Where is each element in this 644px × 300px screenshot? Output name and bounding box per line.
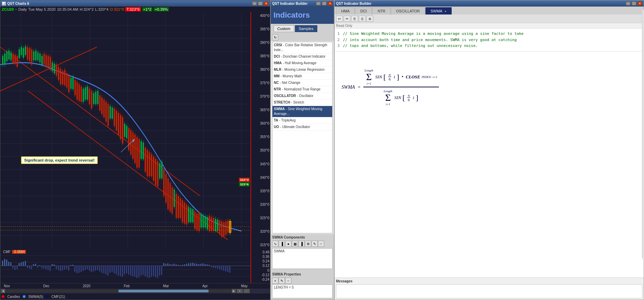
- svg-rect-269: [25, 261, 26, 266]
- prop-edit-btn[interactable]: ✎: [279, 278, 285, 284]
- formula-paste-btn[interactable]: ⎙: [359, 16, 366, 22]
- price-label: 395^0: [252, 27, 269, 31]
- scroll-left-btn[interactable]: ◄: [1, 289, 5, 293]
- chart-scrollbar[interactable]: ◄ ► + -: [0, 289, 270, 293]
- list-item-crsi[interactable]: CRSI - Color Bar Relative Strength Inde.…: [272, 42, 332, 54]
- zoom-in-btn[interactable]: +: [237, 289, 243, 293]
- svg-rect-327: [145, 266, 146, 276]
- svg-rect-317: [124, 266, 125, 274]
- chart-last: T:323^6: [125, 7, 141, 11]
- tab-ntr[interactable]: NTR: [372, 7, 391, 14]
- formula-minimize-btn[interactable]: ─: [626, 1, 631, 6]
- timeline-dec: Dec: [43, 284, 49, 288]
- tab-custom[interactable]: Custom: [273, 25, 294, 32]
- svg-rect-295: [78, 266, 79, 273]
- svg-rect-360: [213, 266, 214, 268]
- chart-annotation: Significant drop, expect trend reversal!: [21, 156, 98, 164]
- open-bracket-den: [: [403, 94, 405, 101]
- svg-rect-273: [33, 264, 34, 266]
- chart-main-area[interactable]: 324^3 323^6 Significant drop, expect tre…: [0, 12, 270, 249]
- chart-low: L:320^4: [95, 7, 108, 11]
- comp-bar2-btn[interactable]: ▐: [298, 241, 305, 247]
- comp-hist-btn[interactable]: ▦: [292, 241, 298, 247]
- chart-close-btn[interactable]: ×: [264, 1, 269, 6]
- svg-rect-345: [182, 265, 183, 266]
- formula-copy-btn[interactable]: ⎘: [351, 16, 358, 22]
- formula-maximize-btn[interactable]: □: [632, 1, 636, 6]
- chart-minimize-btn[interactable]: ─: [252, 1, 257, 6]
- ind-close-btn[interactable]: ×: [328, 1, 333, 6]
- ind-minimize-btn[interactable]: ─: [316, 1, 321, 6]
- scroll-track[interactable]: [6, 290, 231, 292]
- prop-add-btn[interactable]: +: [272, 278, 278, 284]
- pi-symbol-den: π: [407, 93, 411, 98]
- svg-rect-266: [19, 263, 20, 266]
- list-item-swma[interactable]: SWMA - Sine Weighted Moving Average...: [272, 106, 332, 117]
- comp-line-btn[interactable]: ∿: [272, 241, 278, 247]
- tab-swma-close[interactable]: ×: [444, 10, 446, 13]
- index-subscript-num: INDEX−i+1: [422, 75, 438, 79]
- list-item-mm[interactable]: MM - Murrey Math: [272, 73, 332, 80]
- svg-rect-358: [209, 265, 210, 266]
- list-item-stretch[interactable]: STRETCH - Stretch: [272, 99, 332, 106]
- tab-oscillator[interactable]: OSCILLATOR: [391, 7, 425, 14]
- cmf-canvas: CMF -0.0684: [0, 249, 251, 283]
- close-bracket-den: ]: [416, 94, 418, 101]
- cmf-price-axis: 0.48 0.36 0.24 0.12 0 -0.12 -0.24: [251, 249, 270, 283]
- timeline-feb: Feb: [124, 284, 129, 288]
- zoom-out-btn[interactable]: -: [243, 289, 250, 293]
- chart-maximize-btn[interactable]: □: [258, 1, 263, 6]
- sin-func-den: SIN: [394, 95, 401, 100]
- chart-open: O:321^0: [110, 7, 124, 11]
- svg-rect-314: [118, 266, 119, 275]
- line-num-2: 2: [337, 37, 342, 43]
- chart-canvas[interactable]: 324^3 323^6 Significant drop, expect tre…: [0, 12, 251, 249]
- property-item: LENGTH = 5: [274, 286, 331, 289]
- ind-refresh-btn[interactable]: ↻: [272, 34, 278, 40]
- comp-edit-btn[interactable]: ✎: [311, 241, 318, 247]
- properties-label: SWMA Properties: [272, 272, 333, 276]
- svg-rect-366: [225, 266, 226, 271]
- ind-maximize-btn[interactable]: □: [322, 1, 327, 6]
- formula-scrollbar[interactable]: [642, 10, 644, 259]
- timeline-2020: 2020: [83, 284, 90, 288]
- list-item-dci[interactable]: DCI - Donchian Channel Indicator: [272, 54, 332, 60]
- scroll-thumb[interactable]: [118, 290, 209, 292]
- indicator-list[interactable]: CRSI - Color Bar Relative Strength Inde.…: [272, 42, 333, 233]
- line-num-3: 3: [337, 43, 342, 49]
- prop-delete-btn[interactable]: −: [285, 278, 291, 284]
- six-den: 6: [407, 98, 411, 102]
- svg-rect-367: [227, 266, 228, 272]
- scroll-right-btn[interactable]: ►: [232, 289, 236, 293]
- formula-cut-btn[interactable]: ✂: [344, 16, 350, 22]
- indicator-panel: QST Indicator Builder ─ □ × Indicators C…: [270, 0, 334, 300]
- list-item-hma[interactable]: HMA - Hull Moving Average: [272, 60, 332, 67]
- formula-clear-btn[interactable]: ⊘: [366, 16, 373, 22]
- svg-rect-321: [132, 266, 133, 276]
- svg-rect-309: [107, 266, 108, 275]
- comp-delete-btn[interactable]: −: [318, 241, 324, 247]
- chart-legend: Candles SWMA(5) CMF(21): [0, 293, 270, 300]
- list-item-oscillator[interactable]: OSCILLATOR - Oscillator: [272, 93, 332, 99]
- tab-swma[interactable]: SWMA ×: [425, 7, 452, 14]
- tab-dci[interactable]: DCI: [355, 7, 372, 14]
- list-item-ntr[interactable]: NTR - Normalized True Range: [272, 86, 332, 93]
- cmf-price-label: 0.24: [252, 259, 269, 263]
- comp-bar-btn[interactable]: ▐: [279, 241, 285, 247]
- timeline-may: May: [241, 284, 248, 288]
- list-item-nc[interactable]: NC - Net Change: [272, 80, 332, 86]
- list-item-mlr[interactable]: MLR - Moving Linear Regression: [272, 67, 332, 73]
- price-label: 320^0: [252, 230, 269, 233]
- svg-rect-308: [105, 266, 106, 274]
- comp-dot-btn[interactable]: ●: [285, 241, 291, 247]
- indicators-title: Indicators: [273, 11, 331, 20]
- comp-settings-btn[interactable]: ⚙: [305, 241, 311, 247]
- swma-legend-icon: [23, 295, 26, 298]
- formula-undo-btn[interactable]: ↩: [336, 16, 343, 22]
- tab-hma[interactable]: HMA: [336, 7, 355, 14]
- list-item-ta[interactable]: TA - TripleAvg: [272, 117, 332, 124]
- list-item-uo[interactable]: UO - Ultimate Oscillator: [272, 124, 332, 130]
- formula-close-btn[interactable]: ×: [637, 1, 642, 6]
- svg-rect-324: [138, 266, 140, 277]
- tab-samples[interactable]: Samples: [295, 25, 317, 32]
